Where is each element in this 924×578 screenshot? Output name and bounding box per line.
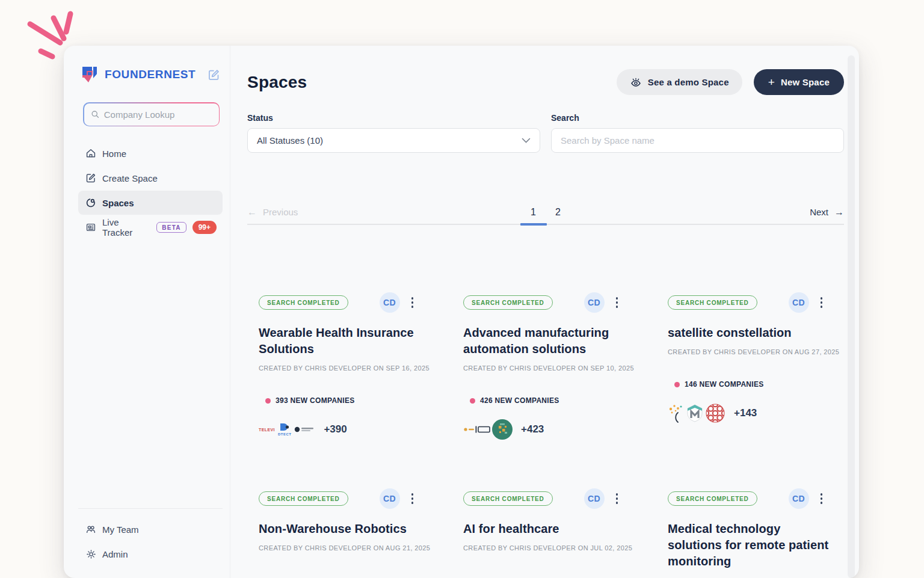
plus-icon — [768, 76, 775, 88]
kebab-menu-icon[interactable] — [819, 295, 825, 310]
newspaper-icon — [85, 222, 96, 233]
home-icon — [85, 148, 96, 159]
company-lookup — [83, 102, 220, 126]
main-content: Spaces See a demo Space New Space — [230, 46, 859, 578]
page-number-1[interactable]: 1 — [531, 207, 536, 218]
space-title[interactable]: Non-Warehouse Robotics — [259, 521, 428, 537]
sidebar-item-label: Spaces — [102, 198, 134, 208]
space-created-by: CREATED BY CHRIS DEVELOPER ON SEP 10, 20… — [463, 364, 644, 372]
status-label: Status — [247, 113, 540, 123]
sidebar-item-label: Home — [102, 149, 126, 159]
avatar[interactable]: CD — [584, 488, 605, 509]
company-logo: DTECT — [278, 423, 292, 436]
page-number-2[interactable]: 2 — [555, 207, 561, 218]
eye-icon — [630, 77, 642, 88]
avatar[interactable]: CD — [380, 292, 400, 313]
company-logo — [704, 402, 726, 424]
space-search-box — [551, 128, 844, 153]
company-logo — [294, 426, 316, 433]
sidebar-item-label: My Team — [102, 524, 139, 535]
space-title[interactable]: satellite constellation — [668, 325, 837, 341]
space-title[interactable]: AI for healthcare — [463, 521, 633, 537]
app-window: FOUNDERNEST — [64, 46, 859, 578]
logo-overflow-count: +143 — [734, 407, 757, 419]
new-companies-count: 426 NEW COMPANIES — [480, 396, 559, 405]
sidebar-item-create-space[interactable]: Create Space — [78, 166, 223, 190]
space-card: SEARCH COMPLETED CD Wearable Health Insu… — [259, 292, 439, 440]
sidebar-item-live-tracker[interactable]: Live Tracker BETA 99+ — [78, 215, 223, 239]
logo-overflow-count: +423 — [521, 423, 544, 435]
company-logo: TELEVI — [259, 428, 275, 432]
sidebar-item-spaces[interactable]: Spaces — [78, 191, 223, 215]
sidebar-item-my-team[interactable]: My Team — [78, 517, 223, 541]
avatar[interactable]: CD — [584, 292, 605, 313]
space-search-input[interactable] — [561, 135, 834, 146]
brand: FOUNDERNEST — [81, 66, 220, 84]
sidebar-nav: Home Create Space Spaces — [78, 141, 223, 240]
edit-sidebar-button[interactable] — [208, 69, 220, 81]
new-companies-dot — [470, 398, 475, 404]
company-logo — [668, 404, 686, 423]
space-card: SEARCH COMPLETED CD Medical technology s… — [668, 488, 848, 577]
space-created-by: CREATED BY CHRIS DEVELOPER ON AUG 21, 20… — [259, 544, 439, 552]
sidebar: FOUNDERNEST — [64, 46, 230, 578]
space-card: SEARCH COMPLETED CD Non-Warehouse Roboti… — [259, 488, 439, 577]
new-companies-dot — [265, 398, 271, 404]
sidebar-item-home[interactable]: Home — [78, 141, 223, 165]
kebab-menu-icon[interactable] — [410, 295, 416, 310]
pencil-square-icon — [85, 173, 96, 183]
orbit-icon — [85, 197, 96, 208]
new-companies-count: 146 NEW COMPANIES — [685, 380, 764, 389]
search-label: Search — [551, 113, 844, 123]
avatar[interactable]: CD — [380, 488, 400, 509]
sidebar-footer: My Team Admin — [78, 508, 223, 567]
space-title[interactable]: Advanced manufacturing automation soluti… — [463, 325, 633, 357]
space-title[interactable]: Medical technology solutions for remote … — [668, 521, 837, 570]
sidebar-item-label: Admin — [102, 549, 128, 559]
gear-icon — [85, 549, 96, 559]
company-logo — [463, 425, 491, 434]
kebab-menu-icon[interactable] — [614, 295, 620, 310]
scrollbar[interactable] — [848, 55, 855, 578]
sidebar-item-label: Live Tracker — [102, 217, 144, 238]
beta-badge: BETA — [156, 222, 186, 233]
space-card: SEARCH COMPLETED CD AI for healthcare CR… — [463, 488, 644, 577]
space-card: SEARCH COMPLETED CD Advanced manufacturi… — [463, 292, 644, 440]
status-badge: SEARCH COMPLETED — [259, 491, 348, 506]
space-created-by: CREATED BY CHRIS DEVELOPER ON SEP 16, 20… — [259, 364, 439, 372]
space-created-by: CREATED BY CHRIS DEVELOPER ON JUL 02, 20… — [463, 544, 644, 552]
search-filter: Search — [551, 113, 844, 153]
chevron-down-icon — [522, 138, 531, 143]
see-demo-space-button[interactable]: See a demo Space — [617, 69, 742, 95]
status-badge: SEARCH COMPLETED — [463, 491, 553, 506]
sidebar-item-admin[interactable]: Admin — [78, 542, 223, 566]
status-dropdown[interactable]: All Statuses (10) — [247, 128, 540, 153]
avatar[interactable]: CD — [789, 292, 809, 313]
status-badge: SEARCH COMPLETED — [463, 295, 553, 310]
kebab-menu-icon[interactable] — [614, 491, 620, 506]
pagination: Previous 1 2 Next — [247, 200, 844, 225]
new-space-button[interactable]: New Space — [754, 69, 844, 95]
spaces-grid: SEARCH COMPLETED CD Wearable Health Insu… — [259, 292, 848, 577]
pencil-square-icon — [208, 69, 220, 81]
new-companies-dot — [674, 382, 680, 387]
foundernest-logo-icon — [81, 66, 99, 84]
status-badge: SEARCH COMPLETED — [259, 295, 348, 310]
avatar[interactable]: CD — [789, 488, 809, 509]
kebab-menu-icon[interactable] — [410, 491, 416, 506]
space-title[interactable]: Wearable Health Insurance Solutions — [259, 325, 428, 357]
new-companies-count: 393 NEW COMPANIES — [276, 396, 355, 405]
space-created-by: CREATED BY CHRIS DEVELOPER ON AUG 27, 20… — [668, 348, 848, 355]
kebab-menu-icon[interactable] — [819, 491, 825, 506]
status-filter: Status All Statuses (10) — [247, 113, 540, 153]
company-logo — [491, 419, 513, 440]
status-badge: SEARCH COMPLETED — [668, 295, 757, 310]
search-icon — [91, 109, 99, 119]
users-icon — [85, 524, 96, 535]
notification-count-badge: 99+ — [192, 221, 217, 234]
page-title: Spaces — [247, 73, 307, 92]
logo-overflow-count: +390 — [324, 423, 346, 435]
status-badge: SEARCH COMPLETED — [668, 491, 757, 506]
company-lookup-input[interactable] — [104, 109, 212, 120]
brand-name: FOUNDERNEST — [105, 68, 196, 81]
